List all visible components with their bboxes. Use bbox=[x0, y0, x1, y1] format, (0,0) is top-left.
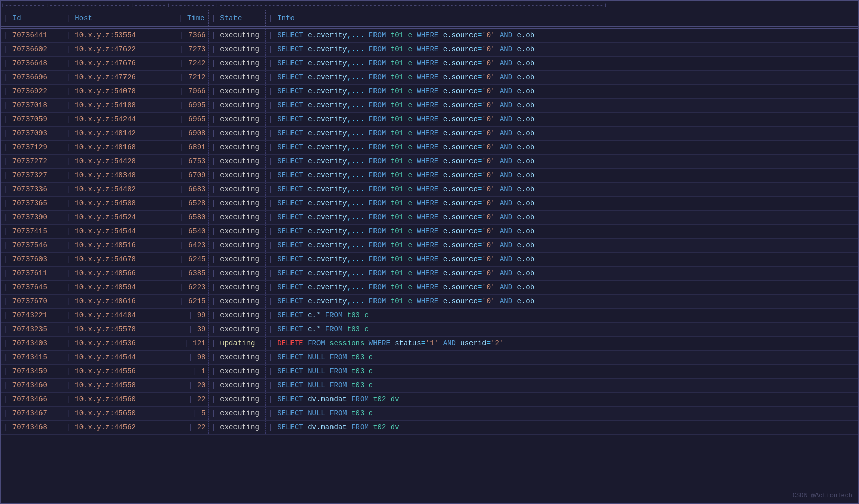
cell-id: | 70737365 bbox=[1, 196, 63, 210]
cell-host: | 10.x.y.z:45578 bbox=[63, 322, 167, 336]
cell-state: | executing bbox=[208, 56, 265, 70]
cell-state: | updating bbox=[208, 336, 265, 350]
cell-time: | 7066 bbox=[167, 84, 208, 98]
cell-info: | SELECT e.everity,... FROM t01 e WHERE … bbox=[265, 70, 858, 84]
table-row: | 70737611 | 10.x.y.z:48566 | 6385 | exe… bbox=[1, 266, 858, 280]
cell-state: | executing bbox=[208, 252, 265, 266]
cell-id: | 70737336 bbox=[1, 182, 63, 196]
cell-id: | 70737018 bbox=[1, 98, 63, 112]
cell-id: | 70737059 bbox=[1, 112, 63, 126]
cell-host: | 10.x.y.z:45650 bbox=[63, 406, 167, 420]
cell-host: | 10.x.y.z:48594 bbox=[63, 280, 167, 294]
cell-id: | 70736696 bbox=[1, 70, 63, 84]
cell-time: | 6908 bbox=[167, 126, 208, 140]
cell-info: | SELECT e.everity,... FROM t01 e WHERE … bbox=[265, 196, 858, 210]
cell-state: | executing bbox=[208, 182, 265, 196]
table-row: | 70743468 | 10.x.y.z:44562 | 22 | execu… bbox=[1, 420, 858, 434]
cell-info: | SELECT e.everity,... FROM t01 e WHERE … bbox=[265, 42, 858, 56]
process-list-table: | Id | Host | Time | State | Info | 7073… bbox=[1, 10, 858, 435]
cell-state: | executing bbox=[208, 392, 265, 406]
table-row: | 70737059 | 10.x.y.z:54244 | 6965 | exe… bbox=[1, 112, 858, 126]
cell-state: | executing bbox=[208, 294, 265, 308]
cell-state: | executing bbox=[208, 350, 265, 364]
cell-time: | 7212 bbox=[167, 70, 208, 84]
cell-id: | 70736602 bbox=[1, 42, 63, 56]
cell-state: | executing bbox=[208, 224, 265, 238]
cell-info: | SELECT e.everity,... FROM t01 e WHERE … bbox=[265, 112, 858, 126]
cell-time: | 6528 bbox=[167, 196, 208, 210]
cell-host: | 10.x.y.z:47622 bbox=[63, 42, 167, 56]
table-row: | 70743235 | 10.x.y.z:45578 | 39 | execu… bbox=[1, 322, 858, 336]
cell-host: | 10.x.y.z:54482 bbox=[63, 182, 167, 196]
cell-id: | 70737272 bbox=[1, 154, 63, 168]
cell-info: | SELECT NULL FROM t03 c bbox=[265, 350, 858, 364]
cell-info: | SELECT NULL FROM t03 c bbox=[265, 406, 858, 420]
top-border-line: +----------+--------------------+-------… bbox=[1, 1, 858, 10]
table-row: | 70743221 | 10.x.y.z:44484 | 99 | execu… bbox=[1, 308, 858, 322]
table-row: | 70737670 | 10.x.y.z:48616 | 6215 | exe… bbox=[1, 294, 858, 308]
table-row: | 70736648 | 10.x.y.z:47676 | 7242 | exe… bbox=[1, 56, 858, 70]
cell-info: | SELECT c.* FROM t03 c bbox=[265, 322, 858, 336]
cell-info: | SELECT e.everity,... FROM t01 e WHERE … bbox=[265, 84, 858, 98]
cell-state: | executing bbox=[208, 420, 265, 434]
cell-host: | 10.x.y.z:54678 bbox=[63, 252, 167, 266]
table-row: | 70737129 | 10.x.y.z:48168 | 6891 | exe… bbox=[1, 140, 858, 154]
col-header-host: | Host bbox=[63, 10, 167, 27]
cell-state: | executing bbox=[208, 266, 265, 280]
cell-id: | 70737327 bbox=[1, 168, 63, 182]
table-row: | 70737018 | 10.x.y.z:54188 | 6995 | exe… bbox=[1, 98, 858, 112]
cell-host: | 10.x.y.z:44536 bbox=[63, 336, 167, 350]
cell-state: | executing bbox=[208, 210, 265, 224]
cell-time: | 6709 bbox=[167, 168, 208, 182]
cell-info: | SELECT e.everity,... FROM t01 e WHERE … bbox=[265, 182, 858, 196]
cell-host: | 10.x.y.z:54524 bbox=[63, 210, 167, 224]
cell-time: | 20 bbox=[167, 378, 208, 392]
cell-info: | DELETE FROM sessions WHERE status='1' … bbox=[265, 336, 858, 350]
cell-time: | 6891 bbox=[167, 140, 208, 154]
cell-time: | 121 bbox=[167, 336, 208, 350]
table-row: | 70743466 | 10.x.y.z:44560 | 22 | execu… bbox=[1, 392, 858, 406]
cell-info: | SELECT e.everity,... FROM t01 e WHERE … bbox=[265, 210, 858, 224]
col-header-id: | Id bbox=[1, 10, 63, 27]
cell-time: | 6753 bbox=[167, 154, 208, 168]
cell-state: | executing bbox=[208, 70, 265, 84]
table-row: | 70737603 | 10.x.y.z:54678 | 6245 | exe… bbox=[1, 252, 858, 266]
cell-state: | executing bbox=[208, 168, 265, 182]
cell-info: | SELECT e.everity,... FROM t01 e WHERE … bbox=[265, 56, 858, 70]
cell-host: | 10.x.y.z:48616 bbox=[63, 294, 167, 308]
table-row: | 70736922 | 10.x.y.z:54078 | 7066 | exe… bbox=[1, 84, 858, 98]
cell-state: | executing bbox=[208, 112, 265, 126]
cell-time: | 98 bbox=[167, 350, 208, 364]
cell-host: | 10.x.y.z:44558 bbox=[63, 378, 167, 392]
cell-host: | 10.x.y.z:54428 bbox=[63, 154, 167, 168]
cell-info: | SELECT e.everity,... FROM t01 e WHERE … bbox=[265, 266, 858, 280]
col-header-time: | Time bbox=[167, 10, 208, 27]
cell-host: | 10.x.y.z:47726 bbox=[63, 70, 167, 84]
cell-info: | SELECT dv.mandat FROM t02 dv bbox=[265, 420, 858, 434]
cell-time: | 39 bbox=[167, 322, 208, 336]
cell-state: | executing bbox=[208, 280, 265, 294]
table-row: | 70743467 | 10.x.y.z:45650 | 5 | execut… bbox=[1, 406, 858, 420]
cell-info: | SELECT e.everity,... FROM t01 e WHERE … bbox=[265, 238, 858, 252]
cell-info: | SELECT dv.mandat FROM t02 dv bbox=[265, 392, 858, 406]
cell-host: | 10.x.y.z:54188 bbox=[63, 98, 167, 112]
cell-time: | 7273 bbox=[167, 42, 208, 56]
cell-info: | SELECT e.everity,... FROM t01 e WHERE … bbox=[265, 126, 858, 140]
cell-info: | SELECT e.everity,... FROM t01 e WHERE … bbox=[265, 168, 858, 182]
table-row: | 70737415 | 10.x.y.z:54544 | 6540 | exe… bbox=[1, 224, 858, 238]
cell-id: | 70737670 bbox=[1, 294, 63, 308]
cell-id: | 70743460 bbox=[1, 378, 63, 392]
cell-host: | 10.x.y.z:44556 bbox=[63, 364, 167, 378]
cell-state: | executing bbox=[208, 98, 265, 112]
cell-host: | 10.x.y.z:54544 bbox=[63, 224, 167, 238]
table-row: | 70737546 | 10.x.y.z:48516 | 6423 | exe… bbox=[1, 238, 858, 252]
table-row: | 70736696 | 10.x.y.z:47726 | 7212 | exe… bbox=[1, 70, 858, 84]
cell-info: | SELECT e.everity,... FROM t01 e WHERE … bbox=[265, 224, 858, 238]
cell-id: | 70743403 bbox=[1, 336, 63, 350]
cell-info: | SELECT NULL FROM t03 c bbox=[265, 364, 858, 378]
cell-info: | SELECT e.everity,... FROM t01 e WHERE … bbox=[265, 154, 858, 168]
cell-time: | 6683 bbox=[167, 182, 208, 196]
cell-time: | 6385 bbox=[167, 266, 208, 280]
cell-id: | 70743235 bbox=[1, 322, 63, 336]
cell-state: | executing bbox=[208, 406, 265, 420]
